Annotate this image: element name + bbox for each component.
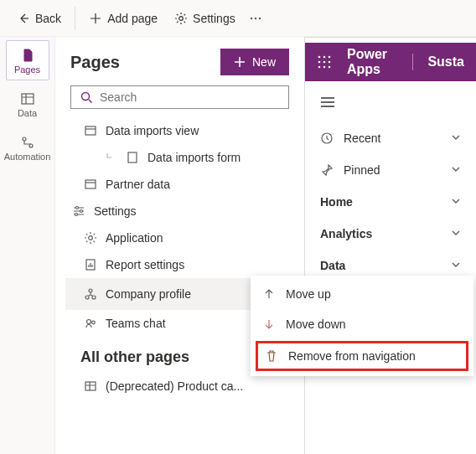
svg-point-0 [179,16,184,20]
svg-point-7 [82,93,90,101]
svg-point-1 [250,17,251,18]
tree-item[interactable]: Application [65,224,299,251]
app-name: Susta [427,54,464,70]
tree-label: Data imports view [106,124,199,137]
arrow-down-icon [262,317,276,331]
form-view-icon [84,178,97,191]
svg-rect-4 [22,94,34,104]
hamburger-button[interactable] [315,90,466,122]
arrow-up-icon [262,287,276,301]
rail-label: Automation [4,152,51,162]
nav-home[interactable]: Home [315,186,466,218]
separator [412,54,413,70]
sliders-icon [72,204,85,218]
rail-automation[interactable]: Automation [6,127,49,168]
tree-label: Settings [94,204,137,218]
new-button[interactable]: New [220,49,289,75]
back-button[interactable]: Back [10,7,68,30]
app-header: Power Apps Susta [305,43,476,81]
arrow-left-icon [17,12,30,25]
rail-data[interactable]: Data [6,84,49,124]
tree-item[interactable]: Partner data [65,171,299,198]
svg-point-14 [89,236,93,240]
tree-item[interactable]: Data imports view [65,117,299,144]
nav-label: Pinned [344,163,380,177]
hamburger-icon [320,96,335,108]
panel-header: Pages New [55,37,304,85]
svg-point-29 [323,61,326,64]
plus-icon [234,56,246,68]
svg-point-25 [318,56,321,59]
chevron-down-icon [451,163,461,177]
ctx-label: Move up [286,287,331,301]
context-menu: Move up Move down Remove from navigation [251,276,473,376]
nav-label: Recent [344,132,380,145]
add-page-label: Add page [107,12,158,25]
svg-rect-9 [128,152,137,163]
svg-point-30 [329,61,331,64]
svg-point-2 [254,17,256,18]
new-label: New [252,55,276,69]
gear-icon [84,231,97,245]
nav-pinned[interactable]: Pinned [315,154,466,186]
plus-icon [89,12,102,25]
chevron-down-icon [451,195,461,209]
svg-point-28 [318,61,321,64]
search-box[interactable] [70,85,289,109]
tree-label: Teams chat [106,317,166,330]
tree-item[interactable]: Report settings [65,251,299,278]
rail-label: Pages [14,64,40,75]
ctx-move-down[interactable]: Move down [251,309,473,339]
overflow-button[interactable] [246,7,266,30]
separator [75,7,75,30]
gear-icon [174,12,188,25]
tree-item[interactable]: (Deprecated) Product ca... [65,373,299,400]
nav-label: Home [320,195,353,209]
tree-label: Partner data [106,178,170,191]
nav-recent[interactable]: Recent [315,122,466,154]
svg-point-23 [92,321,96,324]
clock-icon [320,132,334,145]
svg-rect-10 [85,180,96,188]
left-rail: Pages Data Automation [0,37,55,454]
svg-point-12 [80,210,83,213]
settings-button[interactable]: Settings [168,7,242,30]
search-input[interactable] [100,90,280,104]
rail-pages[interactable]: Pages [6,40,49,80]
nav-label: Data [320,259,345,272]
form-icon [126,151,139,164]
ctx-move-up[interactable]: Move up [251,279,473,309]
back-label: Back [35,12,61,25]
report-icon [84,258,97,271]
chevron-down-icon [451,259,461,272]
data-icon [20,91,35,106]
panel-title: Pages [70,53,120,72]
waffle-icon[interactable] [317,54,332,70]
svg-rect-24 [85,382,96,390]
svg-point-33 [329,66,331,69]
add-page-button[interactable]: Add page [82,7,164,30]
ctx-remove[interactable]: Remove from navigation [256,341,468,371]
preview-pane: Power Apps Susta Recent Pinned Home Anal… [305,37,476,454]
nav-analytics[interactable]: Analytics [315,218,466,250]
svg-point-16 [89,289,92,292]
chevron-down-icon [451,227,461,240]
page-icon [20,48,35,63]
svg-rect-8 [85,126,96,135]
rail-label: Data [18,108,37,118]
tree-group[interactable]: Settings [65,198,299,224]
more-icon [249,12,262,25]
tree-item[interactable]: Data imports form [65,144,299,171]
svg-point-26 [323,56,326,59]
svg-point-22 [87,320,91,324]
trash-icon [265,349,278,363]
tree-label: Report settings [106,258,184,271]
tree-label: Data imports form [147,151,241,164]
org-icon [84,287,97,301]
ctx-label: Remove from navigation [288,349,416,363]
svg-point-11 [76,207,79,209]
svg-point-3 [258,17,260,18]
subform-icon [106,152,117,163]
svg-point-18 [92,296,96,299]
command-bar: Back Add page Settings [0,0,476,37]
